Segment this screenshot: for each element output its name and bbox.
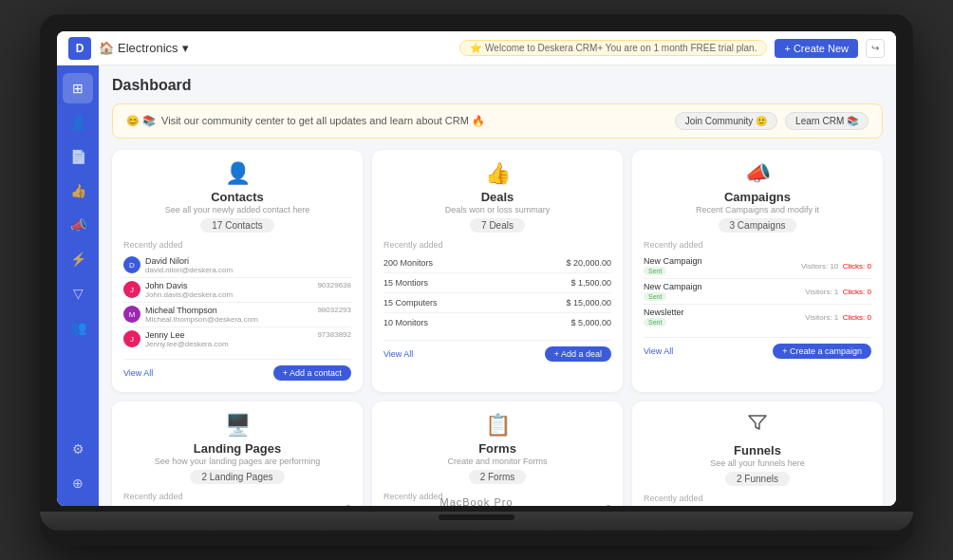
logout-icon[interactable]: ↪ [866, 39, 885, 58]
sidebar-item-dashboard[interactable]: ⊞ [63, 73, 93, 103]
table-row: 10 Monitors $ 5,000.00 [383, 313, 611, 332]
company-selector[interactable]: 🏠 Electronics ▾ [99, 41, 189, 55]
create-new-button[interactable]: + Create New [775, 39, 858, 58]
forms-title: Forms [383, 441, 611, 456]
forms-count[interactable]: 2 Forms [469, 470, 527, 484]
avatar: D [123, 256, 140, 273]
contacts-title: Contacts [123, 190, 351, 204]
landing-pages-title: Landing Pages [123, 441, 351, 456]
table-row: J Jenny Lee Jenny.lee@deskera.com 973838… [123, 327, 351, 351]
avatar: J [123, 281, 140, 298]
sidebar-item-deals[interactable]: 👍 [63, 176, 93, 206]
create-campaign-button[interactable]: + Create a campaign [773, 344, 871, 359]
link-icon: 🔗 [341, 505, 351, 506]
contacts-count[interactable]: 17 Contacts [200, 218, 273, 233]
home-icon: 🏠 [99, 41, 114, 55]
deals-view-all[interactable]: View All [383, 349, 413, 359]
deals-title: Deals [383, 190, 611, 204]
contacts-list: D David Nilori david.nilori@deskera.com [123, 253, 351, 351]
sidebar-item-logout[interactable]: ⊕ [63, 468, 93, 498]
contacts-section-label: Recently added [123, 240, 351, 250]
contact-email: John.davis@deskera.com [145, 290, 233, 299]
sidebar: ⊞ 👤 📄 👍 📣 ⚡ ▽ 👥 ⚙ ⊕ [57, 65, 99, 506]
table-row: D David Nilori david.nilori@deskera.com [123, 253, 351, 278]
deals-subtitle: Deals won or loss summary [383, 205, 611, 215]
avatar: J [123, 330, 140, 347]
deals-list: 200 Monitors $ 20,000.00 15 Montiors $ 1… [383, 253, 611, 332]
list-item: New Campaign Sent Visitors: 10 Clicks: 0 [644, 253, 871, 279]
page-title: Dashboard [112, 77, 883, 94]
contact-email: Micheal.thompson@deskera.com [145, 315, 258, 324]
company-name: Electronics [118, 41, 178, 55]
list-item: Newsletter Sent Visitors: 1 Clicks: 0 [644, 305, 871, 329]
contacts-view-all[interactable]: View All [123, 368, 153, 378]
landing-pages-count[interactable]: 2 Landing Pages [190, 470, 284, 484]
sidebar-item-users[interactable]: 👥 [63, 312, 93, 343]
banner-text: Visit our community center to get all up… [161, 115, 485, 127]
learn-crm-button[interactable]: Learn CRM 📚 [785, 112, 869, 130]
campaigns-title: Campaigns [644, 190, 871, 204]
contact-name: Micheal Thompson [145, 306, 258, 315]
add-contact-button[interactable]: + Add a contact [273, 365, 351, 381]
contact-phone: 97383892 [317, 330, 351, 339]
list-item: Great Day https://pages.deskera.com/a/7y… [123, 505, 351, 506]
funnels-title: Funnels [644, 443, 871, 457]
join-community-button[interactable]: Join Community 🙂 [675, 112, 777, 130]
sidebar-item-campaigns[interactable]: 📣 [63, 210, 93, 240]
campaigns-section-label: Recently added [644, 240, 871, 250]
landing-pages-card: 🖥️ Landing Pages See how your landing pa… [112, 401, 363, 506]
contact-phone: 90329638 [317, 281, 351, 289]
notice-text: Welcome to Deskera CRM+ You are on 1 mon… [485, 43, 757, 53]
table-row: 15 Montiors $ 1,500.00 [383, 273, 611, 293]
list-item: New Campaign Sent Visitors: 1 Clicks: 0 [644, 279, 871, 305]
landing-section-label: Recently added [123, 492, 351, 501]
sidebar-item-settings[interactable]: ⚙ [63, 434, 93, 464]
community-banner: 😊 📚 Visit our community center to get al… [112, 103, 883, 139]
contact-email: Jenny.lee@deskera.com [145, 340, 229, 348]
table-row: 15 Computers $ 15,000.00 [383, 293, 611, 313]
campaigns-icon: 📣 [644, 161, 871, 186]
deals-card: 👍 Deals Deals won or loss summary 7 Deal… [372, 150, 623, 392]
contact-name: John Davis [145, 281, 233, 290]
deals-count[interactable]: 7 Deals [470, 218, 525, 233]
funnels-subtitle: See all your funnels here [644, 458, 871, 468]
sidebar-item-contacts[interactable]: 👤 [63, 107, 93, 138]
top-bar: D 🏠 Electronics ▾ ⭐ Welcome to Deskera C… [57, 31, 896, 65]
funnels-count[interactable]: 2 Funnels [725, 472, 790, 486]
table-row: J John Davis John.davis@deskera.com 9032… [123, 278, 351, 303]
chevron-down-icon: ▾ [182, 41, 189, 55]
add-deal-button[interactable]: + Add a deal [545, 346, 611, 362]
campaigns-count[interactable]: 3 Campaigns [719, 218, 797, 233]
deals-icon: 👍 [383, 161, 611, 186]
landing-pages-icon: 🖥️ [123, 413, 351, 438]
campaigns-card: 📣 Campaigns Recent Campaigns and modify … [632, 150, 883, 392]
contact-email: david.nilori@deskera.com [145, 266, 233, 274]
table-row: 200 Monitors $ 20,000.00 [383, 253, 611, 273]
campaigns-list: New Campaign Sent Visitors: 10 Clicks: 0 [644, 253, 871, 329]
funnels-card: Funnels See all your funnels here 2 Funn… [632, 401, 883, 506]
contacts-subtitle: See all your newly added contact here [123, 205, 351, 215]
app-logo: D [68, 37, 91, 60]
sidebar-item-funnels[interactable]: ▽ [63, 278, 93, 308]
banner-emoji: 😊 📚 [126, 115, 156, 127]
contacts-card: 👤 Contacts See all your newly added cont… [112, 150, 363, 392]
deals-section-label: Recently added [383, 240, 611, 250]
campaigns-view-all[interactable]: View All [644, 346, 673, 356]
sidebar-item-filter[interactable]: ⚡ [63, 244, 93, 274]
funnels-section-label: Recently added [644, 494, 871, 503]
landing-pages-subtitle: See how your landing pages are performin… [123, 457, 351, 466]
dashboard-grid: 👤 Contacts See all your newly added cont… [112, 150, 883, 506]
avatar: M [123, 306, 140, 323]
notice-emoji: ⭐ [470, 43, 481, 53]
link-icon: 🔗 [601, 505, 611, 506]
table-row: M Micheal Thompson Micheal.thompson@desk… [123, 303, 351, 327]
contact-phone: 98032293 [317, 306, 351, 314]
contact-name: David Nilori [145, 256, 233, 266]
contact-name: Jenny Lee [145, 330, 229, 340]
main-content: Dashboard 😊 📚 Visit our community center… [99, 65, 896, 506]
funnels-icon [644, 413, 871, 439]
sidebar-item-files[interactable]: 📄 [63, 141, 93, 172]
campaigns-subtitle: Recent Campaigns and modify it [644, 205, 871, 215]
landing-list: Great Day https://pages.deskera.com/a/7y… [123, 505, 351, 506]
trial-notice: ⭐ Welcome to Deskera CRM+ You are on 1 m… [459, 40, 767, 56]
